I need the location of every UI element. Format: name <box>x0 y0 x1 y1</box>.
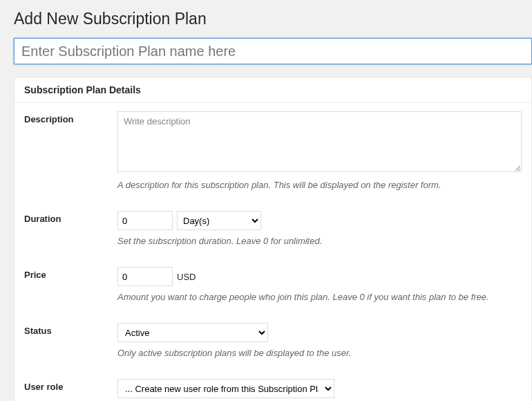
description-help: A description for this subscription plan… <box>117 180 522 190</box>
duration-label: Duration <box>24 211 117 224</box>
user-role-content: ... Create new user role from this Subsc… <box>117 379 522 401</box>
status-label: Status <box>24 323 117 336</box>
price-help: Amount you want to charge people who joi… <box>117 292 522 302</box>
price-row: Price USD Amount you want to charge peop… <box>24 267 522 302</box>
price-content: USD Amount you want to charge people who… <box>117 267 522 302</box>
status-row: Status ActiveInactive Only active subscr… <box>24 323 522 358</box>
description-content: A description for this subscription plan… <box>117 111 522 190</box>
duration-unit-select[interactable]: Day(s)Week(s)Month(s)Year(s) <box>177 211 261 230</box>
price-controls: USD <box>117 267 522 286</box>
description-label: Description <box>24 111 117 124</box>
user-role-row: User role ... Create new user role from … <box>24 379 522 401</box>
duration-input[interactable] <box>117 211 173 230</box>
title-input-wrap <box>14 38 532 64</box>
price-currency: USD <box>177 272 196 282</box>
duration-help: Set the subscription duration. Leave 0 f… <box>117 236 522 246</box>
details-panel-body: Description A description for this subsc… <box>15 103 531 401</box>
price-input[interactable] <box>117 267 173 286</box>
plan-title-input[interactable] <box>14 38 532 64</box>
details-panel-title: Subscription Plan Details <box>15 77 531 103</box>
duration-content: Day(s)Week(s)Month(s)Year(s) Set the sub… <box>117 211 522 246</box>
description-row: Description A description for this subsc… <box>24 111 522 190</box>
duration-controls: Day(s)Week(s)Month(s)Year(s) <box>117 211 522 230</box>
price-label: Price <box>24 267 117 280</box>
description-textarea[interactable] <box>117 111 522 172</box>
page-title: Add New Subscription Plan <box>14 10 532 28</box>
admin-wrap: Add New Subscription Plan Subscription P… <box>0 0 532 401</box>
status-content: ActiveInactive Only active subscription … <box>117 323 522 358</box>
duration-row: Duration Day(s)Week(s)Month(s)Year(s) Se… <box>24 211 522 246</box>
status-help: Only active subscription plans will be d… <box>117 348 522 358</box>
user-role-label: User role <box>24 379 117 392</box>
user-role-select[interactable]: ... Create new user role from this Subsc… <box>117 379 334 398</box>
details-panel: Subscription Plan Details Description A … <box>14 77 532 401</box>
status-select[interactable]: ActiveInactive <box>117 323 268 342</box>
